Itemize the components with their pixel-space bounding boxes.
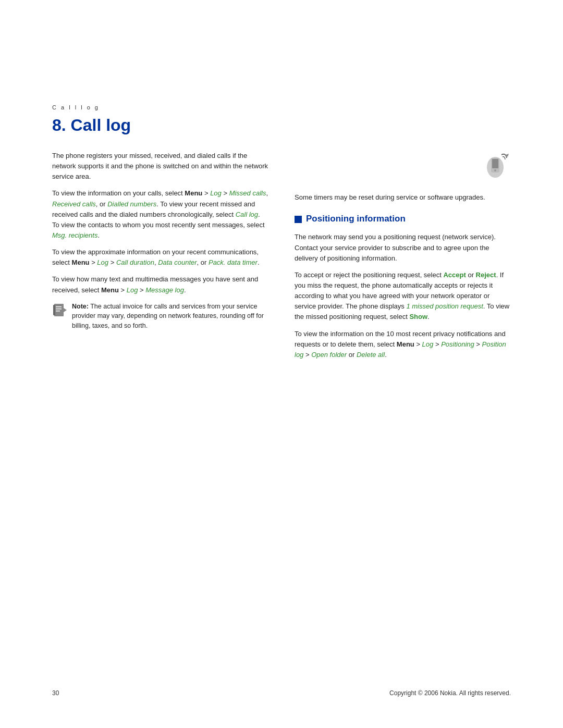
para3-arrow2: >	[108, 258, 116, 266]
right-column: Some timers may be reset during service …	[295, 151, 511, 366]
svg-rect-0	[54, 304, 64, 316]
para2-dialled: Dialled numbers	[107, 200, 156, 208]
svg-marker-5	[64, 308, 67, 312]
para2-log: Log	[210, 189, 222, 197]
para2-menu: Menu	[185, 189, 202, 197]
para2r-missedreq: 1 missed position request	[406, 302, 483, 310]
para2-arrow: >	[222, 189, 229, 197]
para2r-reject: Reject	[476, 271, 496, 279]
para4-arrow2: >	[138, 286, 145, 294]
two-column-layout: The phone registers your missed, receive…	[52, 151, 511, 366]
page-footer: 30 Copyright © 2006 Nokia. All rights re…	[0, 689, 563, 697]
svg-rect-1	[53, 305, 55, 315]
para2-mid: >	[202, 189, 210, 197]
left-column: The phone registers your missed, receive…	[52, 151, 268, 366]
svg-rect-8	[492, 159, 498, 168]
para3r-openfolder: Open folder	[311, 351, 347, 359]
right-para1: The network may send you a positioning r…	[295, 232, 511, 263]
para3r-end: .	[385, 351, 387, 359]
para3r-arrow: >	[414, 340, 422, 348]
para3r-menu: Menu	[397, 340, 414, 348]
note-icon	[52, 303, 67, 317]
para2-received: Received calls	[52, 200, 96, 208]
left-para4: To view how many text and multimedia mes…	[52, 274, 268, 295]
page: C a l l l o g 8. Call log The phone regi…	[0, 0, 563, 728]
right-para2: To accept or reject the positioning requ…	[295, 270, 511, 323]
svg-rect-2	[56, 306, 62, 307]
para3-or: , or	[197, 258, 209, 266]
svg-rect-3	[56, 309, 62, 310]
para2-comma: ,	[266, 189, 268, 197]
footer-page-number: 30	[52, 689, 59, 697]
para3r-arrow3: >	[474, 340, 482, 348]
para2-missed: Missed calls	[229, 189, 266, 197]
section-heading: Positioning information	[295, 212, 511, 226]
para2-or: , or	[96, 200, 107, 208]
para4-arrow: >	[119, 286, 127, 294]
para3-callduration: Call duration	[116, 258, 154, 266]
section-heading-box	[295, 216, 302, 223]
phone-icon	[480, 151, 511, 182]
section-heading-text: Positioning information	[306, 212, 406, 226]
para3r-positioning: Positioning	[441, 340, 474, 348]
para3-menu: Menu	[72, 258, 90, 266]
para2r-end: .	[427, 313, 430, 320]
para3r-or: or	[347, 351, 357, 359]
para3r-deleteall: Delete all	[357, 351, 385, 359]
para2-msg: Msg. recipients	[52, 231, 97, 239]
icon-area	[295, 151, 511, 182]
para4-msglog: Message log	[145, 286, 184, 294]
para2-end: .	[97, 231, 100, 239]
para3r-log: Log	[422, 340, 434, 348]
note-body: The actual invoice for calls and service…	[72, 303, 264, 330]
para3-end: .	[258, 258, 260, 266]
footer-copyright: Copyright © 2006 Nokia. All rights reser…	[389, 689, 511, 697]
left-para3: To view the approximate information on y…	[52, 247, 268, 268]
note-box: Note: The actual invoice for calls and s…	[52, 302, 268, 331]
para3r-arrow4: >	[303, 351, 311, 359]
note-text: Note: The actual invoice for calls and s…	[72, 302, 268, 331]
svg-rect-4	[56, 311, 60, 312]
para2-start: To view the information on your calls, s…	[52, 189, 185, 197]
para2-calllog: Call log	[236, 211, 258, 218]
para2r-or: or	[466, 271, 476, 279]
para2r-accept: Accept	[443, 271, 466, 279]
para4-log: Log	[127, 286, 138, 294]
note-label: Note:	[72, 303, 89, 310]
para3r-arrow2: >	[433, 340, 441, 348]
section-label: C a l l l o g	[52, 104, 511, 110]
para4-menu: Menu	[101, 286, 119, 294]
svg-point-9	[494, 169, 496, 171]
para3-log: Log	[97, 258, 108, 266]
para2r-start: To accept or reject the positioning requ…	[295, 271, 443, 279]
para3-arrow: >	[90, 258, 97, 266]
timers-note: Some timers may be reset during service …	[295, 192, 511, 203]
para3-packdata: Pack. data timer	[209, 258, 258, 266]
left-para1: The phone registers your missed, receive…	[52, 151, 268, 182]
para4-end: .	[184, 286, 186, 294]
chapter-title: 8. Call log	[52, 116, 511, 135]
right-para3: To view the information on the 10 most r…	[295, 329, 511, 360]
para2r-show: Show	[409, 313, 427, 320]
para3-datacounter: Data counter	[158, 258, 197, 266]
left-para2: To view the information on your calls, s…	[52, 188, 268, 241]
